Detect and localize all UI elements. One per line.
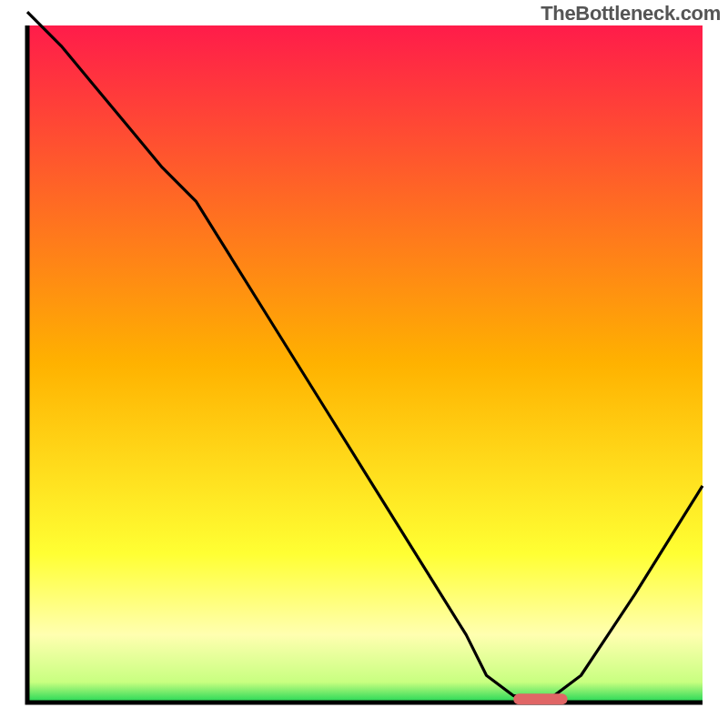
chart-frame: TheBottleneck.com bbox=[0, 0, 728, 728]
optimal-marker bbox=[513, 693, 567, 704]
bottleneck-chart bbox=[0, 0, 728, 728]
